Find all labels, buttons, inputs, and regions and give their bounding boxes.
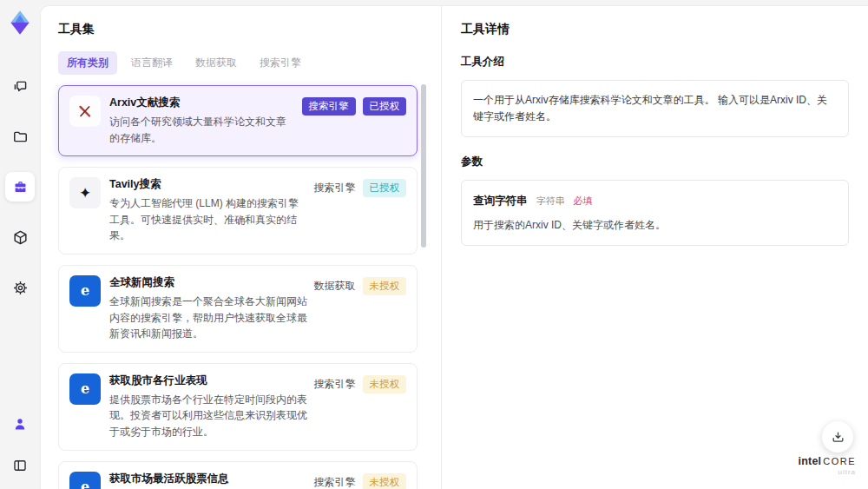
detail-title: 工具详情: [461, 22, 849, 37]
sidebar-item-settings[interactable]: [5, 273, 35, 302]
param-name: 查询字符串: [473, 195, 528, 207]
chat-icon: [12, 78, 29, 95]
toolbox-icon: [12, 179, 29, 195]
tool-card-arxiv[interactable]: Arxiv文献搜索 访问各个研究领域大量科学论文和文章的存储库。 搜索引擎 已授…: [58, 85, 418, 156]
intel-wordmark: intel: [799, 455, 822, 467]
folder-icon: [12, 129, 29, 145]
tool-detail-pane: 工具详情 工具介绍 一个用于从Arxiv存储库搜索科学论文和文章的工具。 输入可…: [441, 6, 868, 489]
page-title: 工具集: [58, 22, 420, 37]
tool-card-title: Arxiv文献搜索: [109, 96, 297, 110]
auth-status-badge: 未授权: [363, 473, 407, 489]
content-area: 工具集 所有类别 语言翻译 数据获取 搜索引擎 A: [40, 5, 868, 489]
ultra-wordmark: ultra: [799, 469, 856, 477]
sidebar-bottom: [5, 409, 35, 480]
panel-collapse-icon: [12, 458, 28, 473]
tool-card-title: Tavily搜索: [109, 177, 309, 192]
download-button[interactable]: [822, 421, 853, 453]
tool-card-title: 获取股市各行业表现: [109, 373, 309, 388]
tab-language-translation[interactable]: 语言翻译: [122, 51, 181, 75]
category-tabs: 所有类别 语言翻译 数据获取 搜索引擎: [58, 51, 420, 75]
param-required-badge: 必填: [573, 195, 592, 206]
intel-core-logo: intelCORE ultra: [799, 453, 856, 477]
auth-status-badge: 未授权: [363, 277, 407, 295]
auth-status-badge: 已授权: [363, 97, 407, 116]
stock-tool-icon: e: [69, 373, 101, 405]
core-wordmark: CORE: [823, 456, 856, 466]
tavily-logo-icon: ✦: [69, 177, 101, 208]
intro-heading: 工具介绍: [461, 55, 849, 69]
cube-icon: [12, 229, 29, 246]
tool-card-list: Arxiv文献搜索 访问各个研究领域大量科学论文和文章的存储库。 搜索引擎 已授…: [58, 85, 418, 489]
stock-tool-icon: e: [69, 472, 101, 489]
auth-status-badge: 已授权: [363, 179, 407, 197]
param-box: 查询字符串 字符串 必填 用于搜索的Arxiv ID、关键字或作者姓名。: [461, 180, 849, 245]
param-type: 字符串: [536, 195, 565, 206]
category-label: 搜索引擎: [314, 377, 356, 392]
tool-card-desc: 提供股票市场各个行业在特定时间段内的表现。投资者可以利用这些信息来识别表现优于或…: [109, 392, 309, 440]
tool-card-active-stocks[interactable]: e 获取市场最活跃股票信息 提供当天交易量最高的股票列表，投资者可以利用这些信息…: [58, 461, 418, 489]
sidebar-item-tools[interactable]: [5, 172, 35, 202]
sidebar: [0, 0, 40, 489]
category-badge: 搜索引擎: [302, 97, 356, 116]
app-root: 工具集 所有类别 语言翻译 数据获取 搜索引擎 A: [0, 0, 868, 489]
sidebar-item-models[interactable]: [5, 222, 35, 252]
tab-all-categories[interactable]: 所有类别: [58, 51, 117, 75]
tool-list-pane: 工具集 所有类别 语言翻译 数据获取 搜索引擎 A: [41, 6, 441, 489]
intro-text: 一个用于从Arxiv存储库搜索科学论文和文章的工具。 输入可以是Arxiv ID…: [473, 94, 827, 122]
category-label: 搜索引擎: [314, 181, 356, 195]
tool-card-title: 获取市场最活跃股票信息: [109, 472, 309, 486]
sidebar-item-account[interactable]: [5, 409, 35, 439]
tool-card-desc: 全球新闻搜索是一个聚合全球各大新闻网站内容的搜索引擎，帮助用户快速获取全球最新资…: [109, 294, 309, 342]
tool-card-global-news[interactable]: e 全球新闻搜索 全球新闻搜索是一个聚合全球各大新闻网站内容的搜索引擎，帮助用户…: [58, 265, 418, 353]
intro-box: 一个用于从Arxiv存储库搜索科学论文和文章的工具。 输入可以是Arxiv ID…: [461, 80, 849, 137]
gear-icon: [12, 280, 29, 296]
tool-card-sector-performance[interactable]: e 获取股市各行业表现 提供股票市场各个行业在特定时间段内的表现。投资者可以利用…: [58, 363, 418, 451]
app-logo-icon[interactable]: [4, 7, 36, 38]
sidebar-item-collapse[interactable]: [5, 451, 35, 480]
news-tool-icon: e: [69, 275, 101, 307]
category-label: 数据获取: [314, 279, 356, 294]
list-scrollbar-thumb[interactable]: [421, 84, 426, 248]
tool-card-desc: 访问各个研究领域大量科学论文和文章的存储库。: [109, 114, 297, 146]
sidebar-item-chat[interactable]: [5, 71, 35, 101]
sidebar-item-files[interactable]: [5, 122, 35, 151]
tool-card-desc: 专为人工智能代理 (LLM) 构建的搜索引擎工具。可快速提供实时、准确和真实的结…: [109, 195, 309, 244]
auth-status-badge: 未授权: [363, 375, 407, 393]
param-desc: 用于搜索的Arxiv ID、关键字或作者姓名。: [473, 217, 837, 234]
sidebar-nav: [5, 71, 35, 302]
category-label: 搜索引擎: [314, 475, 356, 489]
tab-search-engine[interactable]: 搜索引擎: [251, 51, 310, 75]
user-avatar-icon: [12, 416, 28, 432]
arxiv-logo-icon: [69, 96, 101, 127]
tool-card-tavily[interactable]: ✦ Tavily搜索 专为人工智能代理 (LLM) 构建的搜索引擎工具。可快速提…: [58, 167, 418, 254]
params-heading: 参数: [461, 155, 849, 169]
tool-card-title: 全球新闻搜索: [109, 275, 309, 290]
tab-data-fetch[interactable]: 数据获取: [187, 51, 246, 75]
download-icon: [831, 430, 845, 445]
